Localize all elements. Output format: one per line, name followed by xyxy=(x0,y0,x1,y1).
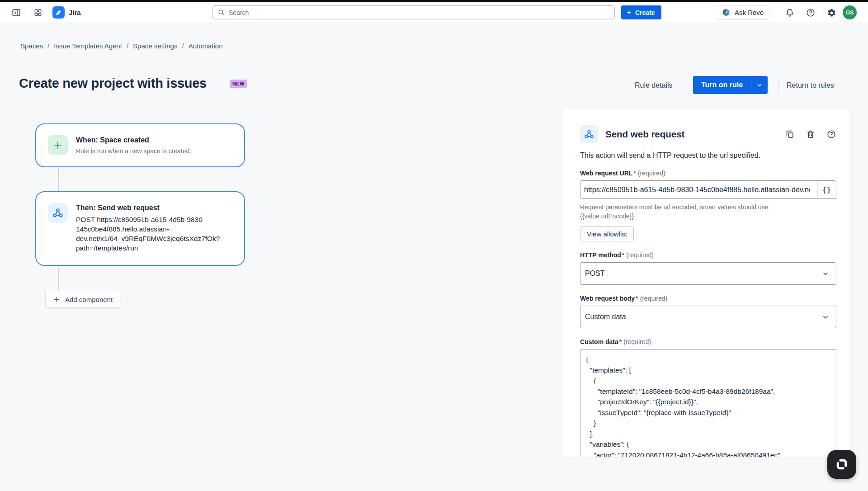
webhook-icon xyxy=(52,207,64,219)
view-allowlist-button[interactable]: View allowlist xyxy=(580,226,634,241)
sidebar-expand-icon xyxy=(11,8,21,18)
copy-icon xyxy=(785,129,795,139)
url-field-label: Web request URL*(required) xyxy=(580,170,836,177)
page-title: Create new project with issues xyxy=(19,76,207,91)
gear-icon xyxy=(827,8,836,18)
panel-title: Send web request xyxy=(605,129,778,140)
sidebar-toggle-button[interactable] xyxy=(10,6,23,19)
breadcrumb-automation[interactable]: Automation xyxy=(189,42,223,50)
trigger-card-space-created[interactable]: When: Space created Rule is run when a n… xyxy=(35,123,245,167)
help-circle-icon xyxy=(826,129,836,139)
search-input[interactable] xyxy=(229,9,610,16)
app-switcher-grid-icon xyxy=(33,8,42,17)
assistant-logo-icon xyxy=(835,458,849,471)
http-method-label: HTTP method*(required) xyxy=(580,251,836,259)
http-method-select[interactable]: POST xyxy=(580,262,836,285)
action-description: POST https://c850951b-a615-4d5b-9830-145… xyxy=(76,215,233,253)
flow-connector xyxy=(58,267,59,291)
custom-data-code: { "templates": [ { "templateId": "1c858e… xyxy=(586,354,830,457)
ask-rovo-button[interactable]: Ask Rovo xyxy=(716,5,769,20)
action-title: Then: Send web request xyxy=(76,204,233,212)
panel-header: Send web request xyxy=(580,125,836,143)
global-search[interactable] xyxy=(212,5,615,19)
jira-automation-page: Jira Create Ask Rovo xyxy=(0,0,868,491)
action-card-send-web-request[interactable]: Then: Send web request POST https://c850… xyxy=(35,191,245,266)
chevron-down-icon xyxy=(821,313,830,321)
custom-data-textarea[interactable]: { "templates": [ { "templateId": "1c858e… xyxy=(580,349,836,457)
plus-icon xyxy=(53,296,61,303)
user-avatar[interactable]: OS xyxy=(843,5,857,19)
trigger-tile xyxy=(48,135,68,155)
action-help-button[interactable] xyxy=(826,129,836,139)
top-navigation-bar: Jira Create Ask Rovo xyxy=(0,2,868,22)
settings-button[interactable] xyxy=(825,6,838,19)
rovo-logo-icon xyxy=(722,8,731,17)
header-divider xyxy=(778,77,778,93)
search-icon xyxy=(217,9,225,16)
trigger-title: When: Space created xyxy=(76,136,191,144)
jira-logo[interactable] xyxy=(52,6,65,19)
flow-connector xyxy=(58,168,59,191)
plus-icon xyxy=(626,9,632,16)
app-switcher-button[interactable] xyxy=(32,6,44,19)
webhook-icon xyxy=(584,129,594,140)
web-request-url-input[interactable] xyxy=(580,180,836,199)
trash-icon xyxy=(806,129,816,139)
turn-on-rule-dropdown-button[interactable] xyxy=(751,76,768,94)
notifications-button[interactable] xyxy=(783,6,796,19)
chevron-down-icon xyxy=(821,269,830,278)
web-request-body-select[interactable]: Custom data xyxy=(580,306,836,328)
breadcrumb-space-name[interactable]: Issue Templates Agent xyxy=(54,42,122,50)
help-circle-icon xyxy=(806,8,816,18)
panel-action-tile xyxy=(580,125,598,143)
bell-icon xyxy=(785,8,795,18)
help-button[interactable] xyxy=(804,6,817,19)
turn-on-rule-button[interactable]: Turn on rule xyxy=(693,76,751,94)
action-tile xyxy=(48,203,68,223)
breadcrumb-space-settings[interactable]: Space settings xyxy=(133,42,177,50)
floating-assistant-button[interactable] xyxy=(827,450,856,479)
web-request-body-label: Web request body*(required) xyxy=(580,295,836,302)
smart-values-braces-button[interactable]: { } xyxy=(817,181,835,198)
jira-logo-glyph xyxy=(55,9,62,16)
return-to-rules-button[interactable]: Return to rules xyxy=(787,81,834,90)
app-name: Jira xyxy=(69,9,81,16)
plus-icon xyxy=(52,140,63,151)
create-button[interactable]: Create xyxy=(621,5,661,19)
rule-details-button[interactable]: Rule details xyxy=(635,81,673,90)
url-help-text: Request parameters must be url encoded, … xyxy=(580,203,824,221)
panel-description: This action will send a HTTP request to … xyxy=(580,151,836,160)
breadcrumb: Spaces / Issue Templates Agent / Space s… xyxy=(20,42,223,50)
chevron-down-icon xyxy=(756,81,763,89)
new-badge: NEW xyxy=(230,80,247,88)
duplicate-action-button[interactable] xyxy=(785,129,795,139)
delete-action-button[interactable] xyxy=(806,129,816,139)
action-config-panel: Send web request xyxy=(562,109,850,457)
custom-data-label: Custom data*(required) xyxy=(580,338,836,345)
add-component-button[interactable]: Add component xyxy=(45,291,120,308)
trigger-description: Rule is run when a new space is created. xyxy=(76,147,191,155)
breadcrumb-spaces[interactable]: Spaces xyxy=(20,42,43,50)
turn-on-rule-split-button: Turn on rule xyxy=(693,76,768,94)
